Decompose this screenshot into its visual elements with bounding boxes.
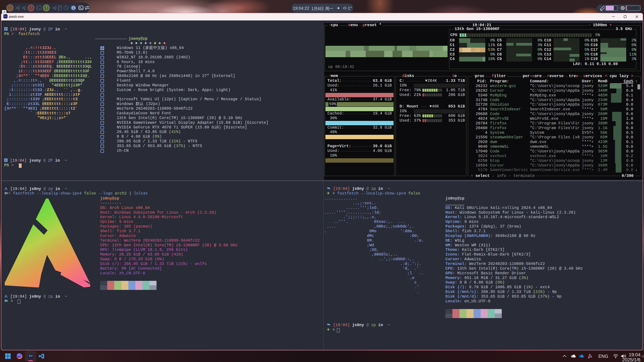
svg-text:4: 4 bbox=[73, 7, 74, 10]
